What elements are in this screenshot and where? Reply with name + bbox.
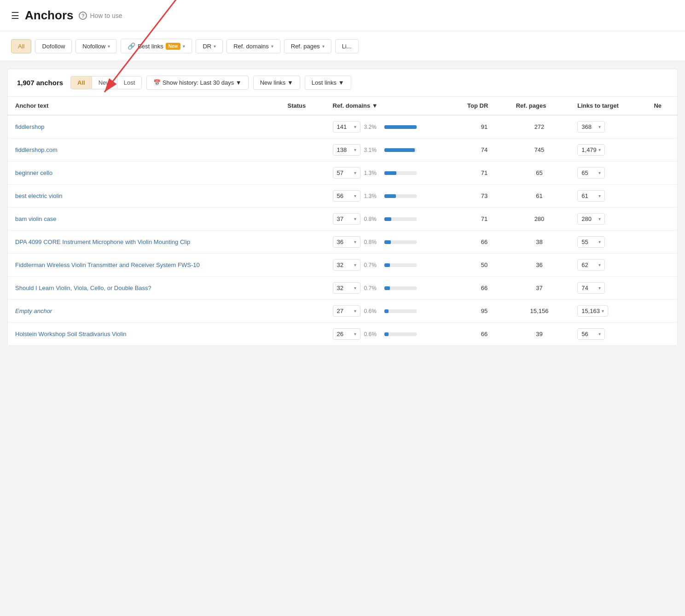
ne-cell xyxy=(646,185,677,208)
ref-domains-cell: 26▾0.6% xyxy=(325,323,460,346)
filter-all-button[interactable]: All xyxy=(11,39,31,53)
bar-fill xyxy=(384,148,415,152)
ref-pages-cell: 745 xyxy=(509,139,570,162)
anchor-link[interactable]: Fiddlerman Wireless Violin Transmitter a… xyxy=(15,262,200,268)
table-row: bam violin case37▾0.8%71280280▾ xyxy=(8,208,677,231)
links-to-target-dropdown[interactable]: 368▾ xyxy=(577,121,605,133)
status-cell xyxy=(280,277,325,300)
tab-new[interactable]: New xyxy=(92,76,117,89)
bar-fill xyxy=(384,240,391,244)
anchor-text-cell: beginner cello xyxy=(8,162,280,185)
ref-domains-dropdown[interactable]: 56▾ xyxy=(333,190,360,202)
anchor-link[interactable]: Empty anchor xyxy=(15,308,52,314)
filter-nofollow-button[interactable]: Nofollow ▾ xyxy=(75,39,117,53)
table-row: best electric violin56▾1.3%736161▾ xyxy=(8,185,677,208)
filter-dofollow-button[interactable]: Dofollow xyxy=(35,39,72,53)
bar-container xyxy=(384,332,417,336)
col-ref-pages: Ref. pages xyxy=(509,97,570,115)
ne-cell xyxy=(646,323,677,346)
new-links-button[interactable]: New links ▼ xyxy=(253,76,300,90)
col-links-to-target: Links to target xyxy=(570,97,646,115)
ref-domains-dropdown[interactable]: 141▾ xyxy=(333,121,360,133)
tab-lost[interactable]: Lost xyxy=(117,76,142,89)
filter-dr-button[interactable]: DR ▾ xyxy=(196,39,223,53)
anchor-link[interactable]: Holstein Workshop Soil Stradivarius Viol… xyxy=(15,331,127,337)
help-label: How to use xyxy=(90,12,122,19)
ne-cell xyxy=(646,300,677,323)
show-history-button[interactable]: 📅 Show history: Last 30 days ▼ xyxy=(146,76,248,90)
bar-fill xyxy=(384,309,389,313)
filter-links-button[interactable]: Li... xyxy=(335,39,359,53)
table-row: DPA 4099 CORE Instrument Microphone with… xyxy=(8,231,677,254)
ref-domains-dropdown[interactable]: 27▾ xyxy=(333,305,360,317)
anchor-text-cell: fiddlershop xyxy=(8,115,280,139)
bar-container xyxy=(384,263,417,267)
links-to-target-dropdown[interactable]: 55▾ xyxy=(577,236,605,248)
bar-container xyxy=(384,171,417,175)
links-to-target-dropdown[interactable]: 62▾ xyxy=(577,259,605,271)
top-dr-cell: 50 xyxy=(460,254,509,277)
anchor-link[interactable]: fiddlershop xyxy=(15,123,45,130)
anchor-text-cell: DPA 4099 CORE Instrument Microphone with… xyxy=(8,231,280,254)
links-to-target-dropdown[interactable]: 74▾ xyxy=(577,282,605,294)
ref-domains-dropdown[interactable]: 57▾ xyxy=(333,167,360,179)
bar-fill xyxy=(384,171,397,175)
filter-ref-domains-button[interactable]: Ref. domains ▾ xyxy=(226,39,280,53)
ref-domains-dropdown[interactable]: 138▾ xyxy=(333,144,360,156)
ref-domains-dropdown[interactable]: 36▾ xyxy=(333,236,360,248)
links-to-target-dropdown[interactable]: 280▾ xyxy=(577,213,605,225)
ne-cell xyxy=(646,231,677,254)
ref-pages-cell: 272 xyxy=(509,115,570,139)
ref-domains-caret-icon: ▾ xyxy=(271,44,273,49)
ne-cell xyxy=(646,162,677,185)
filter-best-links-button[interactable]: 🔗 Best links New ▾ xyxy=(121,39,192,53)
ref-pages-cell: 65 xyxy=(509,162,570,185)
links-to-target-dropdown[interactable]: 65▾ xyxy=(577,167,605,179)
links-to-target-dropdown[interactable]: 1,479▾ xyxy=(577,144,605,156)
table-row: fiddlershop.com138▾3.1%747451,479▾ xyxy=(8,139,677,162)
ref-domains-cell: 57▾1.3% xyxy=(325,162,460,185)
anchor-link[interactable]: bam violin case xyxy=(15,215,57,222)
anchor-text-cell: bam violin case xyxy=(8,208,280,231)
ref-domains-dropdown[interactable]: 26▾ xyxy=(333,328,360,340)
anchor-count: 1,907 anchors xyxy=(17,79,63,87)
lost-links-button[interactable]: Lost links ▼ xyxy=(305,76,351,90)
ref-domains-dropdown[interactable]: 32▾ xyxy=(333,282,360,294)
status-cell xyxy=(280,185,325,208)
links-to-target-cell: 65▾ xyxy=(570,162,646,185)
ref-pages-cell: 36 xyxy=(509,254,570,277)
bar-container xyxy=(384,194,417,198)
ref-domains-cell: 36▾0.8% xyxy=(325,231,460,254)
col-ref-domains[interactable]: Ref. domains ▼ xyxy=(325,97,460,115)
hamburger-menu-icon[interactable]: ☰ xyxy=(11,10,19,21)
filter-ref-pages-button[interactable]: Ref. pages ▾ xyxy=(284,39,331,53)
percentage-text: 3.2% xyxy=(364,124,381,130)
tab-all[interactable]: All xyxy=(71,76,92,89)
bar-container xyxy=(384,286,417,290)
status-cell xyxy=(280,323,325,346)
ref-domains-cell: 37▾0.8% xyxy=(325,208,460,231)
percentage-text: 3.1% xyxy=(364,147,381,153)
anchor-link[interactable]: beginner cello xyxy=(15,169,52,176)
top-dr-cell: 66 xyxy=(460,277,509,300)
anchor-link[interactable]: DPA 4099 CORE Instrument Microphone with… xyxy=(15,238,190,245)
links-to-target-dropdown[interactable]: 61▾ xyxy=(577,190,605,202)
anchor-link[interactable]: fiddlershop.com xyxy=(15,146,58,153)
ref-domains-dropdown[interactable]: 32▾ xyxy=(333,259,360,271)
table-row: Fiddlerman Wireless Violin Transmitter a… xyxy=(8,254,677,277)
percentage-text: 1.3% xyxy=(364,193,381,199)
dr-caret-icon: ▾ xyxy=(214,44,216,49)
anchor-link[interactable]: Should I Learn Violin, Viola, Cello, or … xyxy=(15,285,151,291)
anchors-table: Anchor text Status Ref. domains ▼ Top DR… xyxy=(8,97,677,345)
main-content: 1,907 anchors All New Lost 📅 Show histor… xyxy=(7,69,678,346)
links-to-target-dropdown[interactable]: 56▾ xyxy=(577,328,605,340)
header: ☰ Anchors ? How to use xyxy=(0,0,685,31)
ref-domains-dropdown[interactable]: 37▾ xyxy=(333,213,360,225)
links-to-target-dropdown[interactable]: 15,163▾ xyxy=(577,305,608,317)
anchor-text-cell: Empty anchor xyxy=(8,300,280,323)
help-button[interactable]: ? How to use xyxy=(79,12,122,20)
table-row: fiddlershop141▾3.2%91272368▾ xyxy=(8,115,677,139)
percentage-text: 0.7% xyxy=(364,285,381,291)
anchor-link[interactable]: best electric violin xyxy=(15,192,63,199)
top-dr-cell: 71 xyxy=(460,208,509,231)
